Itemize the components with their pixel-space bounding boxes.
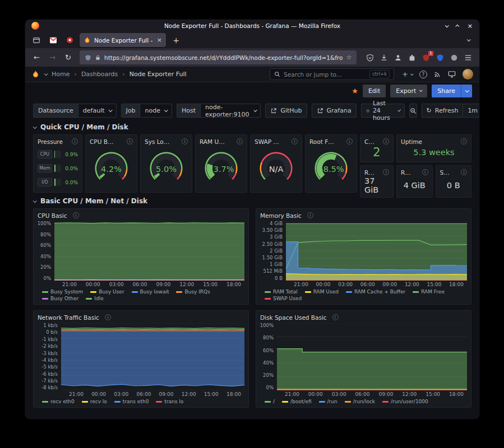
legend-item[interactable]: Busy IRQs <box>176 289 210 295</box>
legend-item[interactable]: / <box>265 399 275 404</box>
info-icon[interactable] <box>307 212 313 218</box>
forward-button[interactable]: → <box>45 50 59 64</box>
legend-item[interactable]: RAM Total <box>265 289 298 295</box>
breadcrumb-home[interactable]: Home <box>52 71 70 78</box>
share-menu-chevron-icon[interactable] <box>461 85 472 97</box>
plot-area[interactable] <box>277 323 467 390</box>
panel-title[interactable]: Uptime <box>401 138 422 145</box>
panel-title[interactable]: Disk Space Used Basic <box>260 314 327 321</box>
info-icon[interactable] <box>182 138 188 144</box>
monitor-icon[interactable] <box>448 71 456 78</box>
panel-title[interactable]: C… <box>364 138 374 145</box>
refresh-button[interactable]: ↻Refresh <box>422 104 464 118</box>
legend-item[interactable]: recv eth0 <box>42 399 75 404</box>
info-icon[interactable] <box>346 138 353 144</box>
plot-area[interactable] <box>54 221 244 281</box>
time-range-picker[interactable]: Last 24 hours <box>361 104 405 118</box>
legend-item[interactable]: Busy Iowait <box>132 289 169 295</box>
back-button[interactable]: ← <box>30 50 44 64</box>
refresh-interval-dropdown[interactable]: 1m <box>463 104 479 118</box>
extensions-puzzle-icon[interactable] <box>408 54 416 62</box>
window-titlebar[interactable]: Node Exporter Full - Dashboards - Grafan… <box>25 20 479 32</box>
list-all-tabs-icon[interactable] <box>461 34 475 47</box>
info-icon[interactable] <box>461 138 467 144</box>
info-icon[interactable] <box>72 138 78 144</box>
lock-icon[interactable] <box>95 54 101 61</box>
info-icon[interactable] <box>383 138 389 144</box>
rss-icon[interactable] <box>434 71 441 78</box>
downloads-icon[interactable] <box>380 54 388 62</box>
help-icon[interactable]: ? <box>419 71 427 78</box>
panel-title[interactable]: Root F… <box>309 138 334 145</box>
export-button[interactable]: Export <box>390 85 427 97</box>
breadcrumb-current[interactable]: Node Exporter Full <box>130 71 187 78</box>
pinned-tab-gmail[interactable] <box>47 34 59 47</box>
legend-item[interactable]: /run/user/1000 <box>382 399 428 404</box>
breadcrumb-dashboards[interactable]: Dashboards <box>81 71 118 78</box>
datasource-variable[interactable]: Datasource default <box>33 104 117 118</box>
bookmark-star-icon[interactable]: ☆ <box>346 54 352 61</box>
maximize-icon[interactable] <box>455 24 459 28</box>
legend-item[interactable]: Idle <box>86 296 103 301</box>
github-link-button[interactable]: GitHub <box>265 104 307 118</box>
info-icon[interactable] <box>383 169 389 175</box>
minimize-icon[interactable] <box>445 24 448 27</box>
info-icon[interactable] <box>127 138 133 144</box>
tab-close-icon[interactable]: × <box>157 36 162 44</box>
user-avatar[interactable] <box>463 69 473 80</box>
legend-item[interactable]: trans eth0 <box>114 399 149 404</box>
legend-item[interactable]: /run/lock <box>345 399 375 404</box>
panel-title[interactable]: Sys Lo… <box>145 138 169 145</box>
legend-item[interactable]: RAM Used <box>305 289 339 295</box>
tab-node-exporter-full[interactable]: Node Exporter Full - Dashbo × <box>80 33 166 47</box>
new-menu-button[interactable]: + <box>402 70 413 78</box>
section-quick-cpu-mem-disk[interactable]: Quick CPU / Mem / Disk <box>33 123 471 131</box>
info-icon[interactable] <box>237 138 243 144</box>
edit-button[interactable]: Edit <box>363 85 386 97</box>
favorite-star-icon[interactable]: ★ <box>352 87 358 95</box>
panel-title[interactable]: S… <box>440 169 450 176</box>
pocket-icon[interactable] <box>366 54 374 62</box>
panel-title[interactable]: Pressure <box>38 138 63 145</box>
legend-item[interactable]: RAM Cache + Buffer <box>346 289 405 295</box>
extension-gray-icon[interactable] <box>450 54 458 62</box>
menu-hamburger-icon[interactable] <box>464 54 472 61</box>
pinned-tab-extension[interactable] <box>63 34 76 47</box>
mega-menu-toggle-icon[interactable] <box>44 72 48 76</box>
panel-title[interactable]: R… <box>364 169 374 176</box>
new-tab-button[interactable]: + <box>170 36 182 45</box>
reload-button[interactable]: ↻ <box>61 50 75 64</box>
panel-title[interactable]: Network Traffic Basic <box>38 314 99 321</box>
host-variable[interactable]: Host node-exporter:9100 <box>177 104 261 118</box>
url-bar[interactable]: https://grafana.systemsobscure.net/d/rYd… <box>80 50 357 64</box>
job-variable[interactable]: Job node <box>121 104 172 118</box>
panel-title[interactable]: CPU B… <box>90 138 113 145</box>
info-icon[interactable] <box>292 138 298 144</box>
search-input[interactable]: Search or jump to... ctrl+k <box>270 68 394 80</box>
tracking-shield-icon[interactable] <box>85 54 91 61</box>
info-icon[interactable] <box>105 314 111 320</box>
panel-title[interactable]: R… <box>401 169 411 176</box>
legend-item[interactable]: /run <box>319 399 337 404</box>
panel-title[interactable]: RAM U… <box>200 138 225 145</box>
legend-item[interactable]: /boot/efi <box>282 399 312 404</box>
info-icon[interactable] <box>73 212 79 218</box>
bitwarden-extension-icon[interactable] <box>436 54 444 62</box>
plot-area[interactable] <box>61 323 244 390</box>
panel-title[interactable]: SWAP … <box>255 138 279 145</box>
info-icon[interactable] <box>422 169 428 175</box>
legend-item[interactable]: RAM Free <box>413 289 445 295</box>
plot-area[interactable] <box>286 221 467 281</box>
grafana-logo-icon[interactable] <box>31 70 40 78</box>
info-icon[interactable] <box>461 169 467 175</box>
legend-item[interactable]: SWAP Used <box>265 296 302 301</box>
url-text[interactable]: https://grafana.systemsobscure.net/d/rYd… <box>104 54 343 61</box>
ublock-extension-icon[interactable]: 1 <box>422 54 430 62</box>
legend-item[interactable]: Busy Other <box>42 296 78 301</box>
account-icon[interactable] <box>394 54 402 62</box>
panel-title[interactable]: CPU Basic <box>38 212 67 219</box>
grafana-link-button[interactable]: Grafana <box>312 104 357 118</box>
legend-item[interactable]: Busy User <box>90 289 124 295</box>
legend-item[interactable]: Busy System <box>42 289 83 295</box>
info-icon[interactable] <box>332 314 339 320</box>
